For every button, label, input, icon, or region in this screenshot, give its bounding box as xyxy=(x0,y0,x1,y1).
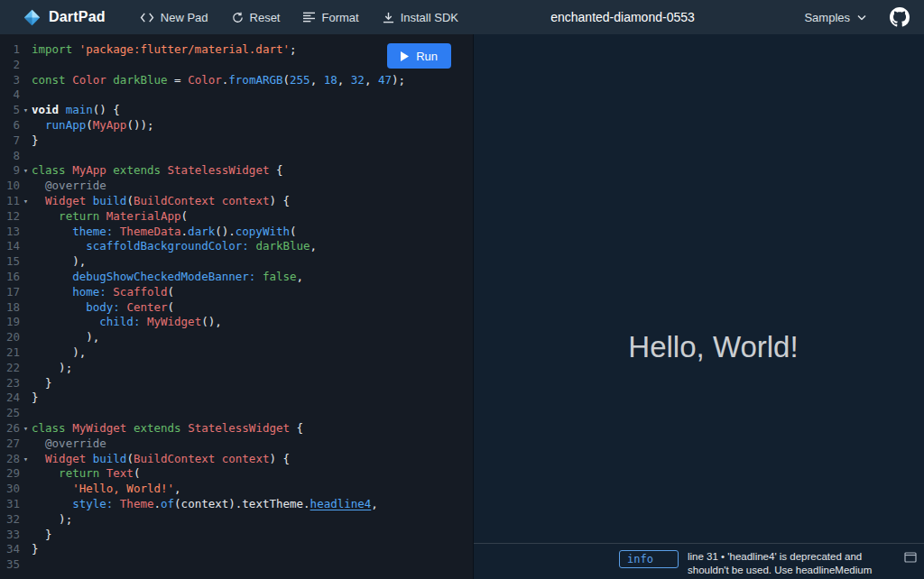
line-number: 19 xyxy=(0,315,20,330)
code-text: } xyxy=(32,391,39,404)
code-text: ); xyxy=(32,512,72,526)
github-link[interactable] xyxy=(890,7,910,27)
line-number: 7 xyxy=(0,133,20,149)
code-line: 16 debugShowCheckedModeBanner: false, xyxy=(0,270,473,285)
code-editor[interactable]: 1import 'package:flutter/material.dart';… xyxy=(0,34,473,579)
format-lines-icon xyxy=(303,12,315,23)
samples-dropdown[interactable]: Samples xyxy=(804,11,866,24)
code-text: void main() { xyxy=(32,103,120,116)
code-line: 10 @override xyxy=(0,179,473,194)
header-nav: New Pad Reset Format xyxy=(131,5,467,30)
code-line: 7} xyxy=(0,133,473,149)
code-text: import 'package:flutter/material.dart'; xyxy=(32,42,297,56)
samples-label: Samples xyxy=(804,11,850,24)
code-line: 33 } xyxy=(0,528,473,543)
github-icon xyxy=(890,14,910,30)
code-line: 25 xyxy=(0,406,473,421)
format-button[interactable]: Format xyxy=(294,5,367,30)
console-message: line 31 • 'headline4' is deprecated and … xyxy=(688,550,881,577)
line-number: 4 xyxy=(0,87,20,103)
code-text: return Text( xyxy=(32,466,140,480)
fold-arrow-icon[interactable]: ▾ xyxy=(20,103,32,118)
line-number: 27 xyxy=(0,437,20,452)
code-line: 5▾void main() { xyxy=(0,103,473,118)
run-button[interactable]: Run xyxy=(387,43,451,69)
code-brackets-icon xyxy=(140,13,154,23)
code-text: @override xyxy=(32,437,106,450)
code-line: 32 ); xyxy=(0,512,473,528)
play-icon xyxy=(401,51,409,61)
code-text: child: MyWidget(), xyxy=(32,315,222,328)
code-line: 19 child: MyWidget(), xyxy=(0,315,473,330)
line-number: 30 xyxy=(0,482,20,497)
code-line: 15 ), xyxy=(0,254,473,270)
line-number: 1 xyxy=(0,42,20,58)
line-number: 8 xyxy=(0,149,20,164)
code-text: debugShowCheckedModeBanner: false, xyxy=(32,270,303,283)
code-text: Widget build(BuildContext context) { xyxy=(32,452,290,465)
dartpad-logo[interactable]: DartPad xyxy=(23,9,106,26)
code-line: 28▾ Widget build(BuildContext context) { xyxy=(0,452,473,467)
reset-label: Reset xyxy=(250,11,281,24)
new-pad-button[interactable]: New Pad xyxy=(131,5,217,30)
line-number: 15 xyxy=(0,254,20,270)
fold-arrow-icon[interactable]: ▾ xyxy=(20,452,32,467)
download-icon xyxy=(383,12,394,23)
code-text: ), xyxy=(32,345,86,359)
code-text: } xyxy=(32,376,52,390)
code-line: 26▾class MyWidget extends StatelessWidge… xyxy=(0,421,473,437)
line-number: 31 xyxy=(0,497,20,512)
line-number: 6 xyxy=(0,118,20,133)
code-line: 6 runApp(MyApp()); xyxy=(0,118,473,133)
code-line: 20 ), xyxy=(0,330,473,345)
code-text: ), xyxy=(32,330,99,344)
line-number: 13 xyxy=(0,225,20,240)
code-text: ); xyxy=(32,361,72,374)
code-text: ), xyxy=(32,254,86,268)
reset-button[interactable]: Reset xyxy=(223,5,290,30)
code-line: 27 @override xyxy=(0,437,473,452)
line-number: 9 xyxy=(0,163,20,179)
install-sdk-button[interactable]: Install SDK xyxy=(374,5,467,30)
code-line: 8 xyxy=(0,149,473,164)
code-text: } xyxy=(32,133,39,147)
line-number: 11 xyxy=(0,194,20,209)
code-text: theme: ThemeData.dark().copyWith( xyxy=(32,225,297,238)
open-console-window-icon[interactable] xyxy=(904,552,917,563)
fold-arrow-icon[interactable]: ▾ xyxy=(20,421,32,437)
editor-panel: 1import 'package:flutter/material.dart';… xyxy=(0,34,473,579)
format-label: Format xyxy=(321,11,358,24)
code-line: 31 style: Theme.of(context).textTheme.he… xyxy=(0,497,473,512)
code-text: home: Scaffold( xyxy=(32,285,174,299)
install-sdk-label: Install SDK xyxy=(401,11,458,24)
code-line: 24} xyxy=(0,391,473,406)
refresh-icon xyxy=(232,12,244,23)
pad-title: enchanted-diamond-0553 xyxy=(550,10,695,24)
line-number: 34 xyxy=(0,542,20,557)
line-number: 23 xyxy=(0,376,20,391)
code-text: body: Center( xyxy=(32,300,174,314)
code-line: 12 return MaterialApp( xyxy=(0,209,473,225)
code-line: 22 ); xyxy=(0,361,473,376)
code-line: 23 } xyxy=(0,376,473,391)
code-line: 4 xyxy=(0,87,473,103)
line-number: 20 xyxy=(0,330,20,345)
code-lines: 1import 'package:flutter/material.dart';… xyxy=(0,42,473,573)
info-badge: info xyxy=(619,550,679,568)
dart-diamond-icon xyxy=(23,9,41,26)
line-number: 5 xyxy=(0,103,20,118)
fold-arrow-icon[interactable]: ▾ xyxy=(20,163,32,179)
line-number: 28 xyxy=(0,452,20,467)
code-line: 18 body: Center( xyxy=(0,300,473,316)
code-text: scaffoldBackgroundColor: darkBlue, xyxy=(32,239,317,253)
fold-arrow-icon[interactable]: ▾ xyxy=(20,194,32,209)
code-text: @override xyxy=(32,179,106,192)
line-number: 17 xyxy=(0,285,20,300)
line-number: 24 xyxy=(0,391,20,406)
code-text: style: Theme.of(context).textTheme.headl… xyxy=(32,497,378,510)
code-text: const Color darkBlue = Color.fromARGB(25… xyxy=(32,73,405,87)
run-label: Run xyxy=(416,50,438,63)
code-text: 'Hello, World!', xyxy=(32,482,181,495)
line-number: 16 xyxy=(0,270,20,285)
new-pad-label: New Pad xyxy=(161,11,208,24)
